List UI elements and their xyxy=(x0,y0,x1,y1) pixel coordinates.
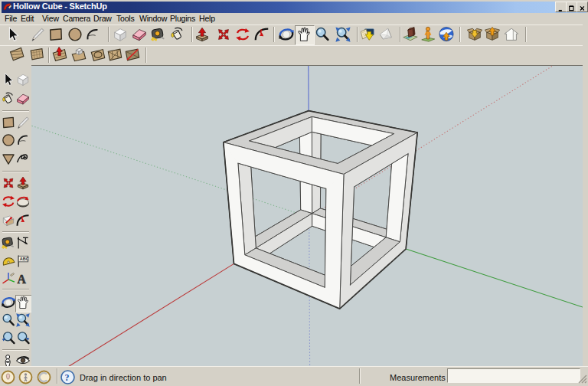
svg-text:ABC: ABC xyxy=(20,257,29,261)
svg-text:A: A xyxy=(18,273,27,286)
svg-text:?: ? xyxy=(65,372,70,383)
